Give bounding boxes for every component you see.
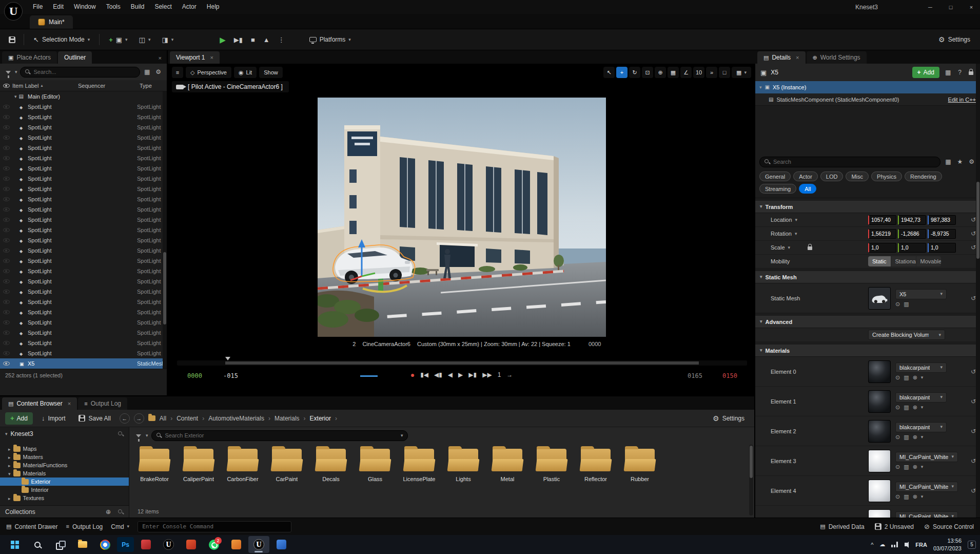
- more-options-icon[interactable]: ▾: [921, 405, 924, 410]
- copy-icon[interactable]: ▥: [904, 464, 909, 470]
- reset-icon[interactable]: ↺: [971, 244, 976, 251]
- menu-item[interactable]: Help: [202, 0, 225, 14]
- search-icon[interactable]: [117, 509, 124, 515]
- static-mesh-thumbnail[interactable]: [868, 287, 891, 310]
- edit-in-cpp-link[interactable]: Edit in C++: [948, 97, 976, 103]
- material-thumbnail[interactable]: [868, 509, 891, 518]
- app-button[interactable]: [271, 536, 292, 553]
- filter-chip[interactable]: Rendering: [905, 171, 942, 181]
- use-selected-icon[interactable]: ⊙: [895, 301, 900, 308]
- forward-button[interactable]: →: [134, 413, 144, 424]
- outliner-actor-row[interactable]: SpotLight SpotLight: [0, 297, 167, 307]
- viewport-options-menu[interactable]: ≡: [172, 67, 183, 78]
- close-icon[interactable]: ×: [159, 55, 165, 61]
- tab-outliner[interactable]: Outliner: [58, 51, 92, 64]
- show-dropdown[interactable]: Show: [259, 67, 283, 78]
- material-select[interactable]: MI_CarPaint_White ▾: [895, 482, 958, 492]
- whatsapp-button[interactable]: 2: [203, 536, 224, 553]
- visibility-eye-icon[interactable]: [3, 156, 10, 160]
- reset-icon[interactable]: ↺: [971, 216, 976, 223]
- select-tool[interactable]: ↖: [603, 67, 615, 78]
- content-tree-item[interactable]: Maps: [0, 445, 129, 453]
- columns-icon[interactable]: ▦: [143, 69, 151, 75]
- use-selected-icon[interactable]: ⊙: [895, 374, 900, 381]
- start-button[interactable]: [4, 536, 25, 553]
- visibility-column-icon[interactable]: [3, 84, 10, 88]
- expander-icon[interactable]: ▾: [759, 85, 762, 90]
- mobility-option[interactable]: Static: [868, 256, 891, 266]
- unreal-launcher-button[interactable]: U: [158, 536, 179, 553]
- close-button[interactable]: ×: [968, 4, 975, 10]
- breadcrumb-item[interactable]: Materials: [275, 415, 310, 422]
- outliner-actor-row[interactable]: X5 StaticMesh: [0, 358, 167, 369]
- more-options-icon[interactable]: ▾: [921, 465, 924, 469]
- viewport-layout-dropdown[interactable]: ▦ ▾: [732, 67, 751, 78]
- taskbar-search-button[interactable]: [27, 536, 48, 553]
- content-tree-item[interactable]: Exterior: [0, 477, 129, 486]
- app-button[interactable]: [181, 536, 202, 553]
- content-tree-item[interactable]: Interior: [0, 486, 129, 494]
- reset-icon[interactable]: ↺: [971, 428, 976, 435]
- material-select[interactable]: blakcarpaint ▾: [895, 422, 947, 432]
- unreal-logo[interactable]: U: [4, 2, 23, 21]
- static-mesh-select[interactable]: X5 ▾: [895, 289, 947, 299]
- tab-viewport-1[interactable]: Viewport 1 ×: [170, 51, 220, 64]
- content-drawer-button[interactable]: ▤ Content Drawer: [6, 523, 57, 530]
- frame-skip-button[interactable]: ▶▮: [230, 32, 246, 47]
- filter-chip[interactable]: Physics: [871, 171, 902, 181]
- use-selected-icon[interactable]: ⊙: [895, 464, 900, 470]
- photoshop-button[interactable]: Ps: [117, 537, 134, 552]
- reset-icon[interactable]: ↺: [971, 517, 976, 518]
- viewport-canvas[interactable]: ≡ ◇ Perspective ◉ Lit Show: [168, 64, 755, 395]
- outliner-actor-row[interactable]: SpotLight SpotLight: [0, 143, 167, 153]
- breadcrumb-item[interactable]: All: [160, 415, 177, 422]
- tab-content-browser[interactable]: ▤ Content Browser ×: [2, 397, 77, 410]
- outliner-actor-row[interactable]: SpotLight SpotLight: [0, 194, 167, 204]
- menu-item[interactable]: Window: [69, 0, 101, 14]
- outliner-actor-row[interactable]: SpotLight SpotLight: [0, 102, 167, 112]
- reset-icon[interactable]: ↺: [971, 398, 976, 405]
- add-collection-icon[interactable]: ⊕: [104, 509, 112, 515]
- expander-arrow-icon[interactable]: [8, 495, 11, 501]
- outliner-scrollbar[interactable]: [163, 91, 167, 369]
- outliner-world-row[interactable]: ▾ ▤ Main (Editor): [0, 91, 167, 102]
- network-icon[interactable]: [891, 542, 898, 547]
- clear-icon[interactable]: ⊗: [913, 464, 917, 470]
- collections-bar[interactable]: Collections ⊕: [0, 505, 129, 518]
- tab-world-settings[interactable]: ⊕ World Settings: [807, 51, 867, 64]
- settings-button[interactable]: ⚙ Settings: [934, 32, 975, 47]
- lock-icon[interactable]: [967, 69, 975, 76]
- mobility-option[interactable]: Stationary: [891, 256, 916, 266]
- playhead-marker[interactable]: [225, 357, 230, 363]
- static-mesh-component-row[interactable]: ▤ StaticMeshComponent (StaticMeshCompone…: [755, 93, 980, 106]
- derived-data-button[interactable]: ▤ Derived Data: [820, 523, 864, 530]
- content-tree-root[interactable]: ▾ Kneset3: [0, 427, 129, 441]
- outliner-actor-row[interactable]: SpotLight SpotLight: [0, 163, 167, 174]
- expander-arrow-icon[interactable]: [8, 454, 11, 460]
- scale-axis-field[interactable]: 1,0: [928, 243, 956, 253]
- expander-icon[interactable]: ▾: [5, 432, 8, 436]
- visibility-eye-icon[interactable]: [3, 341, 10, 345]
- filter-chip[interactable]: LOD: [820, 171, 844, 181]
- surface-snap-icon[interactable]: ▦: [668, 67, 679, 78]
- minimize-button[interactable]: ─: [927, 4, 934, 10]
- visibility-eye-icon[interactable]: [3, 290, 10, 294]
- material-thumbnail[interactable]: [868, 360, 891, 383]
- folder-tile[interactable]: Decals: [310, 447, 352, 505]
- menu-item[interactable]: Actor: [177, 0, 202, 14]
- breadcrumb-item[interactable]: Exterior: [310, 415, 341, 422]
- scale-axis-field[interactable]: 1,0: [898, 243, 926, 253]
- visibility-eye-icon[interactable]: [3, 228, 10, 232]
- expander-icon[interactable]: ▾: [14, 94, 17, 99]
- visibility-eye-icon[interactable]: [3, 218, 10, 222]
- visibility-eye-icon[interactable]: [3, 136, 10, 140]
- outliner-actor-row[interactable]: SpotLight SpotLight: [0, 328, 167, 338]
- visibility-eye-icon[interactable]: [3, 310, 10, 314]
- lit-dropdown[interactable]: ◉ Lit: [234, 67, 257, 78]
- content-tree-item[interactable]: MaterialFunctions: [0, 461, 129, 469]
- move-tool[interactable]: +: [616, 67, 628, 78]
- rotate-tool[interactable]: ↻: [629, 67, 640, 78]
- scale-tool[interactable]: ⊡: [642, 67, 653, 78]
- material-select[interactable]: MI_CarPaint_White ▾: [895, 452, 958, 462]
- pilot-active-banner[interactable]: [ Pilot Active - CineCameraActor6 ]: [172, 81, 289, 92]
